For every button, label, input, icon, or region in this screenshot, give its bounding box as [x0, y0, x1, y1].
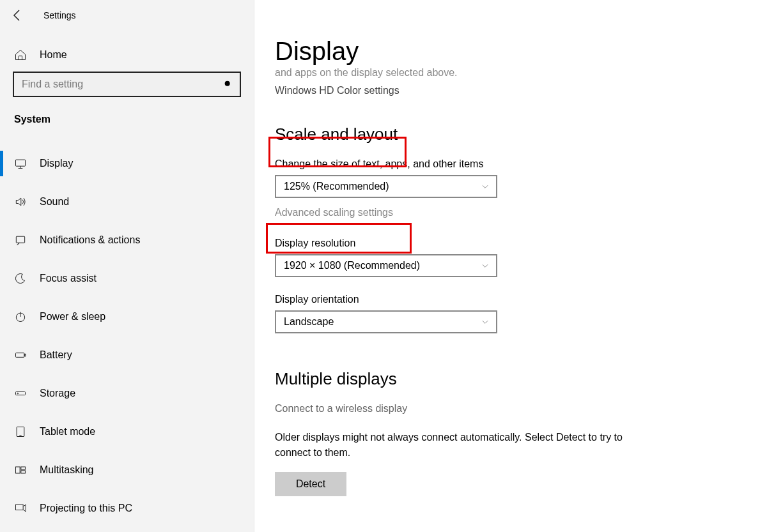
multiple-displays-heading: Multiple displays [275, 369, 734, 389]
sidebar-item-label: Power & sleep [40, 311, 105, 323]
sidebar-item-label: Tablet mode [40, 426, 95, 437]
wireless-display-link[interactable]: Connect to a wireless display [275, 403, 407, 414]
home-icon [14, 49, 27, 61]
svg-rect-1 [16, 160, 26, 166]
scale-layout-heading: Scale and layout [275, 125, 734, 144]
sidebar-item-notifications[interactable]: Notifications & actions [0, 221, 254, 259]
svg-rect-2 [16, 236, 24, 243]
topbar: Settings [0, 0, 254, 31]
sidebar-item-label: Projecting to this PC [40, 503, 132, 514]
home-label: Home [40, 49, 67, 61]
sidebar-item-label: Multitasking [40, 464, 93, 476]
power-icon [14, 310, 27, 323]
tablet-icon [14, 425, 27, 438]
svg-rect-5 [25, 354, 26, 356]
sidebar-item-power-sleep[interactable]: Power & sleep [0, 298, 254, 336]
sidebar-item-label: Display [40, 158, 73, 169]
chevron-down-icon [481, 261, 490, 270]
scroll-snippet: and apps on the display selected above. [275, 67, 734, 79]
storage-icon [14, 387, 27, 400]
search-input[interactable] [22, 79, 217, 90]
sidebar-item-label: Focus assist [40, 273, 97, 284]
sidebar: Settings Home System Display [0, 0, 254, 532]
sidebar-item-focus-assist[interactable]: Focus assist [0, 259, 254, 298]
detect-button[interactable]: Detect [275, 472, 346, 496]
detect-help-text: Older displays might not always connect … [275, 430, 633, 460]
scale-select-value: 125% (Recommended) [284, 181, 389, 192]
app-title: Settings [43, 10, 76, 20]
svg-rect-9 [16, 467, 20, 473]
arrow-left-icon [10, 8, 26, 23]
sound-icon [14, 195, 27, 208]
orientation-label: Display orientation [275, 294, 734, 305]
svg-rect-4 [16, 353, 24, 358]
search-box[interactable] [13, 72, 241, 97]
advanced-scaling-link[interactable]: Advanced scaling settings [275, 207, 393, 218]
resolution-label: Display resolution [275, 238, 734, 249]
notifications-icon [14, 234, 27, 247]
monitor-icon [14, 157, 27, 170]
resolution-select-value: 1920 × 1080 (Recommended) [284, 260, 420, 271]
svg-rect-8 [17, 427, 24, 437]
svg-rect-10 [21, 467, 26, 469]
sidebar-item-display[interactable]: Display [0, 144, 254, 183]
sidebar-item-home[interactable]: Home [0, 31, 254, 72]
sidebar-item-sound[interactable]: Sound [0, 183, 254, 221]
sidebar-item-label: Battery [40, 349, 72, 361]
page-title: Display [275, 0, 734, 66]
sidebar-item-label: Sound [40, 196, 69, 208]
back-button[interactable] [10, 8, 26, 23]
category-title: System [0, 109, 254, 130]
scale-label: Change the size of text, apps, and other… [275, 158, 734, 170]
svg-point-7 [17, 393, 19, 394]
nav-list: Display Sound Notifications & actions Fo… [0, 144, 254, 528]
moon-icon [14, 272, 27, 285]
svg-rect-12 [16, 505, 24, 510]
sidebar-item-multitasking[interactable]: Multitasking [0, 451, 254, 489]
multitasking-icon [14, 464, 27, 476]
chevron-down-icon [481, 317, 490, 326]
sidebar-item-label: Storage [40, 388, 75, 399]
hd-color-link[interactable]: Windows HD Color settings [275, 85, 399, 96]
battery-icon [14, 349, 27, 361]
projecting-icon [14, 502, 27, 515]
resolution-select[interactable]: 1920 × 1080 (Recommended) [275, 254, 497, 277]
orientation-select[interactable]: Landscape [275, 310, 497, 333]
sidebar-item-battery[interactable]: Battery [0, 336, 254, 374]
svg-rect-11 [21, 471, 26, 473]
scale-select[interactable]: 125% (Recommended) [275, 175, 497, 198]
chevron-down-icon [481, 182, 490, 191]
content-pane: Display and apps on the display selected… [254, 0, 760, 532]
sidebar-item-projecting[interactable]: Projecting to this PC [0, 489, 254, 528]
sidebar-item-label: Notifications & actions [40, 234, 140, 246]
search-icon [223, 79, 233, 89]
sidebar-item-tablet-mode[interactable]: Tablet mode [0, 413, 254, 451]
svg-point-0 [225, 81, 230, 86]
orientation-select-value: Landscape [284, 316, 334, 328]
sidebar-item-storage[interactable]: Storage [0, 374, 254, 413]
